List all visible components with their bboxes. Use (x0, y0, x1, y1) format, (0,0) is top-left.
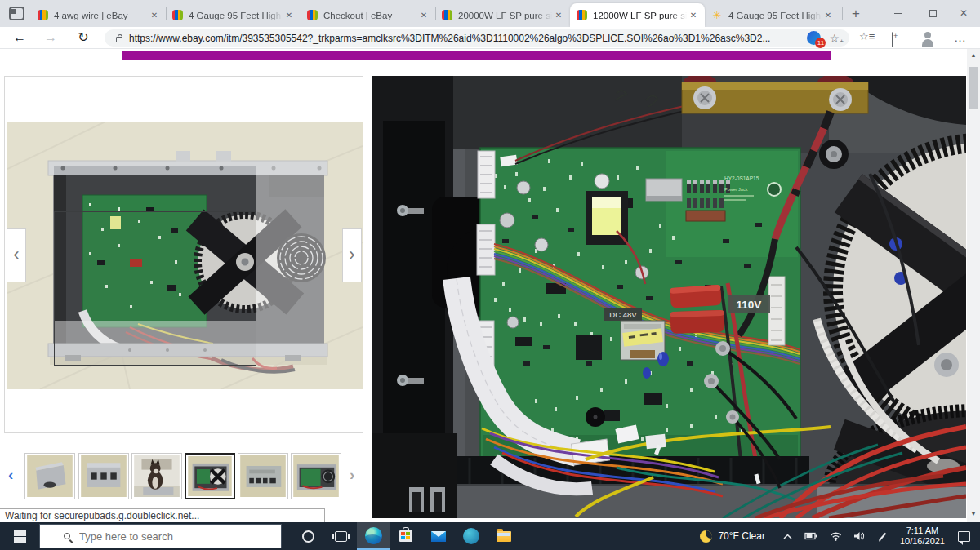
tab-title: 12000W LF SP pure si (593, 11, 687, 20)
url-text[interactable]: https://www.ebay.com/itm/393535305542?_t… (129, 33, 799, 44)
file-explorer-button[interactable] (488, 522, 520, 550)
wifi-tray-button[interactable] (830, 531, 842, 541)
product-image-card: ‹ › (4, 76, 363, 433)
tab-divider (435, 7, 436, 20)
mail-taskbar-button[interactable] (422, 522, 455, 550)
zoom-lens[interactable] (54, 211, 256, 366)
scroll-up-icon[interactable]: ▲ (967, 52, 980, 58)
thumbnail-box-rear[interactable] (238, 453, 288, 499)
window-minimize-button[interactable] (882, 0, 915, 26)
browser-tab-strip: 4 awg wire | eBay ✕ 4 Gauge 95 Feet High… (0, 0, 980, 27)
cortana-icon (302, 530, 314, 543)
scroll-down-icon[interactable]: ▼ (967, 511, 980, 517)
thumbs-next-icon[interactable]: › (350, 466, 354, 484)
thumbnail-box-front[interactable] (78, 453, 129, 499)
scrollbar-thumb[interactable] (969, 67, 978, 109)
ebay-favicon-icon (172, 10, 183, 20)
tab-checkout-ebay[interactable]: Checkout | eBay ✕ (301, 3, 435, 27)
tab-close-icon[interactable]: ✕ (552, 11, 565, 20)
cortana-button[interactable] (292, 522, 324, 550)
windows-taskbar: 70°F Clear 7:11 AM 10/16/2021 (0, 522, 980, 550)
tab-4gauge-95ft[interactable]: 4 Gauge 95 Feet High ✕ (166, 3, 301, 27)
ebay-favicon-icon (442, 10, 452, 20)
tab-title: 4 Gauge 95 Feet High (189, 11, 283, 20)
gallery-prev-button[interactable]: ‹ (7, 228, 26, 282)
clock-date: 10/16/2021 (900, 536, 945, 546)
tab-close-icon[interactable]: ✕ (822, 11, 835, 20)
product-photo[interactable] (7, 122, 363, 389)
pen-tray-button[interactable] (877, 531, 888, 542)
board-model-text: HY2-0S1AP15 (724, 175, 760, 181)
weather-widget[interactable]: 70°F Clear (718, 530, 765, 542)
wifi-icon (830, 531, 842, 541)
gallery-next-button[interactable]: › (342, 228, 362, 282)
thumbnail-box-angled[interactable] (24, 453, 75, 499)
page-scrollbar[interactable]: ▲ ▼ (967, 49, 980, 522)
battery-tray-button[interactable] (804, 531, 818, 541)
window-close-button[interactable]: ✕ (947, 0, 980, 26)
tab-title: 4 awg wire | eBay (54, 11, 148, 20)
edge-taskbar-button[interactable] (357, 522, 390, 550)
molex-connector (645, 434, 666, 449)
thumbnail-strip: ‹ › (0, 451, 368, 503)
skype-taskbar-button[interactable] (455, 522, 488, 550)
forward-button[interactable]: → (41, 29, 60, 47)
system-tray: 70°F Clear 7:11 AM 10/16/2021 (700, 522, 980, 550)
tab-4awg-wire[interactable]: 4 awg wire | eBay ✕ (31, 3, 166, 27)
thumbnail-open-chassis-selected[interactable] (185, 453, 235, 499)
current-transformer (621, 321, 665, 360)
zoom-preview-pane: HY2-0S1AP15 Power Jack (372, 76, 966, 518)
search-input[interactable] (78, 530, 265, 543)
folder-icon (497, 531, 511, 542)
tray-expand-button[interactable] (782, 533, 793, 540)
close-icon: ✕ (960, 7, 968, 19)
thumbs-prev-icon[interactable]: ‹ (8, 466, 13, 484)
collections-icon[interactable] (892, 30, 893, 45)
favorites-icon[interactable]: ☆≡ (859, 30, 875, 42)
clock-time: 7:11 AM (906, 526, 939, 535)
settings-more-icon[interactable]: … (954, 30, 967, 44)
tab-close-icon[interactable]: ✕ (417, 11, 430, 20)
thumbnail-open-chassis-2[interactable] (291, 453, 341, 499)
new-tab-button[interactable]: + (846, 4, 866, 24)
speaker-icon (853, 531, 866, 541)
task-view-button[interactable] (324, 522, 357, 550)
extension-badge: 11 (815, 38, 826, 48)
tab-divider (301, 7, 301, 20)
tab-close-icon[interactable]: ✕ (148, 11, 161, 20)
tab-12000w-inverter-active[interactable]: 12000W LF SP pure si ✕ (570, 3, 705, 27)
tab-4gauge-walmart[interactable]: ✳ 4 Gauge 95 Feet High ✕ (705, 3, 840, 27)
tab-divider (842, 7, 843, 20)
address-bar[interactable]: https://www.ebay.com/itm/393535305542?_t… (105, 29, 849, 47)
photo-dim-overlay (7, 122, 363, 166)
back-button[interactable]: ← (10, 29, 29, 47)
ebay-favicon-icon (38, 10, 48, 20)
thumbnail-dog-on-box[interactable] (131, 453, 182, 499)
tab-20000w-inverter[interactable]: 20000W LF SP pure si ✕ (435, 3, 570, 27)
taskbar-search[interactable] (39, 524, 282, 548)
add-favorite-star-icon[interactable]: ☆+ (829, 32, 840, 45)
tab-close-icon[interactable]: ✕ (687, 11, 700, 20)
maximize-icon (929, 10, 937, 17)
tab-title: 20000W LF SP pure si (458, 11, 552, 20)
volume-tray-button[interactable] (853, 531, 866, 541)
page-content: ‹ › ‹ › Waiti (0, 49, 980, 522)
lock-icon[interactable] (116, 37, 122, 42)
mail-icon (431, 531, 446, 542)
chevron-up-icon (782, 533, 793, 540)
ebay-favicon-icon (577, 10, 587, 20)
battery-icon (804, 531, 818, 541)
refresh-button[interactable]: ↻ (74, 29, 93, 47)
tab-actions-menu-icon[interactable] (9, 7, 24, 20)
skype-icon (463, 528, 479, 544)
tab-close-icon[interactable]: ✕ (283, 11, 296, 20)
window-maximize-button[interactable] (916, 0, 949, 26)
windows-logo-icon (14, 530, 26, 543)
start-button[interactable] (0, 522, 39, 550)
taskbar-clock[interactable]: 7:11 AM 10/16/2021 (900, 526, 945, 547)
weather-moon-icon[interactable] (700, 530, 712, 543)
extension-icon[interactable]: 11 (807, 31, 821, 45)
tab-title: Checkout | eBay (323, 11, 417, 20)
action-center-icon[interactable] (958, 531, 970, 542)
store-taskbar-button[interactable] (390, 522, 422, 550)
